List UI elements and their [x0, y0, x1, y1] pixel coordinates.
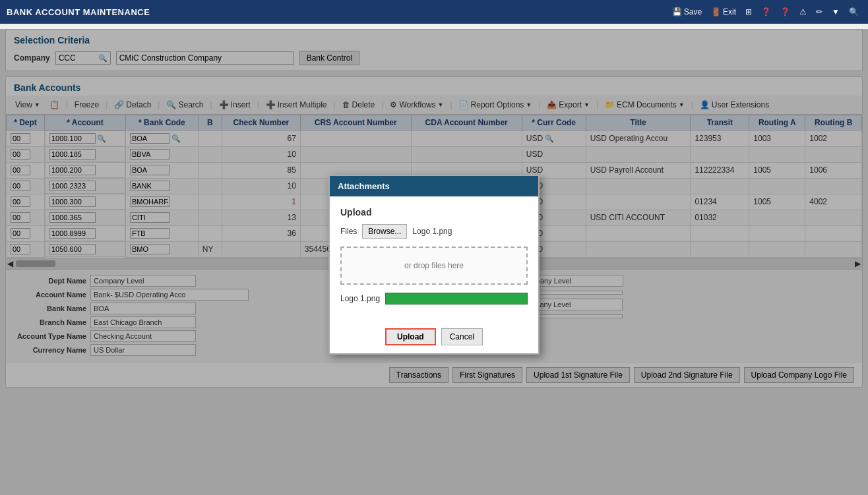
- file-row: Files Browse... Logo 1.png: [340, 224, 528, 239]
- modal-footer: Upload Cancel: [330, 323, 538, 353]
- help-button-2[interactable]: ❓: [778, 6, 793, 18]
- exit-label: Exit: [723, 7, 736, 16]
- window-icon-button[interactable]: ⊞: [743, 6, 755, 18]
- chevron-down-icon: ▼: [832, 7, 840, 16]
- edit-button[interactable]: ✏: [813, 6, 825, 18]
- help-button-1[interactable]: ❓: [759, 6, 774, 18]
- progress-row: Logo 1.png: [340, 293, 528, 305]
- file-name-display: Logo 1.png: [412, 227, 452, 236]
- save-label: Save: [684, 7, 702, 16]
- modal-body: Upload Files Browse... Logo 1.png or dro…: [330, 196, 538, 323]
- warning-icon: ⚠: [799, 7, 807, 16]
- files-label: Files: [340, 227, 357, 236]
- progress-bar-fill: [386, 293, 527, 304]
- exit-button[interactable]: 🚪 Exit: [708, 6, 739, 18]
- header-actions: 💾 Save 🚪 Exit ⊞ ❓ ❓ ⚠ ✏ ▼ 🔍: [669, 6, 861, 18]
- window-icon: ⊞: [745, 7, 752, 16]
- upload-button[interactable]: Upload: [385, 328, 436, 345]
- edit-icon: ✏: [816, 7, 822, 16]
- save-button[interactable]: 💾 Save: [669, 6, 704, 18]
- app-title: BANK ACCOUNT MAINTENANCE: [7, 7, 150, 17]
- app-header: BANK ACCOUNT MAINTENANCE 💾 Save 🚪 Exit ⊞…: [0, 0, 868, 24]
- exit-icon: 🚪: [711, 7, 721, 16]
- dropdown-button[interactable]: ▼: [829, 6, 842, 18]
- help-icon-1: ❓: [761, 7, 771, 16]
- help-icon-2: ❓: [780, 7, 790, 16]
- drop-zone[interactable]: or drop files here: [340, 247, 528, 285]
- progress-file-label: Logo 1.png: [340, 294, 380, 303]
- modal-overlay: Attachments Upload Files Browse... Logo …: [0, 29, 868, 495]
- modal-title: Attachments: [338, 181, 390, 191]
- save-icon: 💾: [672, 7, 682, 16]
- main-content: Selection Criteria Company 🔍 Bank Contro…: [0, 29, 868, 495]
- browse-button[interactable]: Browse...: [362, 224, 407, 239]
- upload-section-title: Upload: [340, 207, 528, 218]
- progress-bar: [385, 293, 528, 305]
- warning-button[interactable]: ⚠: [797, 6, 809, 18]
- cancel-button[interactable]: Cancel: [441, 328, 483, 345]
- search-header-button[interactable]: 🔍: [846, 6, 861, 18]
- drop-text: or drop files here: [404, 261, 464, 270]
- search-header-icon: 🔍: [849, 7, 859, 16]
- attachments-modal: Attachments Upload Files Browse... Logo …: [328, 175, 540, 355]
- modal-header: Attachments: [330, 176, 538, 196]
